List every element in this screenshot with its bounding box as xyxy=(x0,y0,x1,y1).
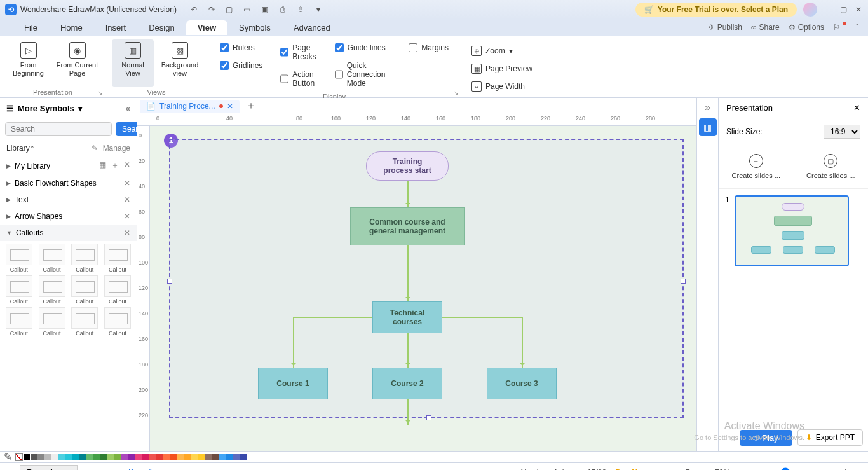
edit-icon[interactable]: ✎ xyxy=(92,144,98,153)
gallery-item[interactable]: Callout xyxy=(102,275,133,305)
close-icon[interactable]: ✕ xyxy=(124,228,130,237)
color-swatch[interactable] xyxy=(107,454,114,460)
color-swatch[interactable] xyxy=(156,454,163,460)
color-swatch[interactable] xyxy=(100,454,107,460)
color-swatch[interactable] xyxy=(24,454,30,460)
group-expand-icon[interactable]: ↘ xyxy=(98,90,103,96)
focus-button[interactable]: ⌖ Focus xyxy=(679,468,706,471)
color-swatch[interactable] xyxy=(44,454,51,460)
flow-course1-node[interactable]: Course 1 xyxy=(258,368,328,399)
color-swatch[interactable] xyxy=(72,454,79,460)
more-symbols-label[interactable]: More Symbols xyxy=(18,104,74,113)
color-swatch[interactable] xyxy=(184,454,191,460)
flow-common-course-node[interactable]: Common course and general management xyxy=(350,207,465,245)
color-swatch[interactable] xyxy=(142,454,149,460)
add-icon[interactable]: ＋ xyxy=(111,160,119,171)
play-button[interactable]: ▷ Play xyxy=(740,430,792,446)
trial-banner[interactable]: 🛒 Your Free Trial is over. Select a Plan xyxy=(635,3,797,17)
undo-icon[interactable]: ↶ xyxy=(189,5,198,14)
zoom-level[interactable]: 70% xyxy=(715,468,730,471)
close-icon[interactable]: ✕ xyxy=(124,195,130,204)
color-swatch[interactable] xyxy=(79,454,86,460)
flow-course3-node[interactable]: Course 3 xyxy=(487,368,557,399)
close-icon[interactable]: ✕ xyxy=(124,212,130,221)
color-swatch[interactable] xyxy=(163,454,170,460)
options-button[interactable]: ⚙ Options xyxy=(789,23,824,32)
basic-flowchart-section[interactable]: ▶Basic Flowchart Shapes✕ xyxy=(0,175,137,191)
gallery-item[interactable]: Callout xyxy=(4,275,34,305)
menu-view[interactable]: View xyxy=(186,20,227,35)
action-button-checkbox[interactable]: Action Button xyxy=(280,70,316,88)
flow-start-node[interactable]: Training process start xyxy=(366,151,449,181)
gridlines-checkbox[interactable]: Gridlines xyxy=(220,61,262,70)
share-button[interactable]: ∞ Share xyxy=(751,23,780,32)
gallery-item[interactable]: Callout xyxy=(4,307,34,336)
save-icon[interactable]: ▣ xyxy=(261,5,269,14)
page-width-button[interactable]: ↔Page Width xyxy=(468,79,529,94)
page-tab[interactable]: Page-1 xyxy=(122,465,159,471)
canvas[interactable]: 1 Training process start Common course a… xyxy=(150,126,696,451)
close-panel-icon[interactable]: ✕ xyxy=(853,103,860,113)
presentation-rail-button[interactable]: ▥ xyxy=(699,118,717,136)
zoom-out-icon[interactable]: ― xyxy=(752,468,759,471)
library-label[interactable]: Library xyxy=(6,144,30,153)
flow-course2-node[interactable]: Course 2 xyxy=(372,368,442,399)
color-swatch[interactable] xyxy=(205,454,212,460)
gallery-item[interactable]: Callout xyxy=(102,244,133,273)
color-swatch[interactable] xyxy=(37,454,44,460)
text-section[interactable]: ▶Text✕ xyxy=(0,191,137,208)
menu-file[interactable]: File xyxy=(13,20,49,35)
grid-icon[interactable]: ▦ xyxy=(99,160,106,171)
quick-connection-checkbox[interactable]: Quick Connection Mode xyxy=(335,61,391,88)
page-list-icon[interactable]: ▤ xyxy=(6,468,13,471)
color-swatch[interactable] xyxy=(65,454,72,460)
guide-lines-checkbox[interactable]: Guide lines xyxy=(335,43,391,52)
color-swatch[interactable] xyxy=(86,454,93,460)
gallery-item[interactable]: Callout xyxy=(70,244,100,273)
no-fill-swatch[interactable] xyxy=(15,453,23,461)
next-page-icon[interactable]: › xyxy=(93,468,95,471)
prev-page-icon[interactable]: ‹ xyxy=(84,468,86,471)
slide-size-select[interactable]: 16:9 xyxy=(824,125,860,139)
expand-right-icon[interactable]: » xyxy=(705,102,710,113)
buy-now-link[interactable]: Buy Now ♦ xyxy=(615,468,654,471)
close-icon[interactable]: ✕ xyxy=(124,179,130,188)
gallery-item[interactable]: Callout xyxy=(37,275,67,305)
print-icon[interactable]: ⎙ xyxy=(278,5,287,14)
color-swatch[interactable] xyxy=(170,454,177,460)
color-swatch[interactable] xyxy=(51,454,58,460)
document-tab[interactable]: 📄Training Proce...✕ xyxy=(140,100,240,113)
zoom-button[interactable]: ⊕Zoom▾ xyxy=(468,43,517,59)
page-preview-button[interactable]: ▦Page Preview xyxy=(468,61,536,76)
color-swatch[interactable] xyxy=(212,454,219,460)
color-swatch[interactable] xyxy=(219,454,226,460)
create-slides-auto-button[interactable]: ＋Create slides ... xyxy=(732,154,780,179)
eyedropper-icon[interactable]: ✎ xyxy=(4,451,12,463)
color-swatch[interactable] xyxy=(121,454,128,460)
page-select[interactable]: Page-1 xyxy=(20,465,78,470)
avatar[interactable] xyxy=(803,3,817,17)
color-swatch[interactable] xyxy=(177,454,184,460)
gallery-item[interactable]: Callout xyxy=(70,275,100,305)
color-swatch[interactable] xyxy=(31,454,37,460)
maximize-icon[interactable]: ▢ xyxy=(839,5,848,14)
open-icon[interactable]: ▭ xyxy=(243,5,252,14)
slide-thumbnail[interactable] xyxy=(735,195,849,266)
notifications-icon[interactable]: ⚐ xyxy=(833,23,846,32)
menu-advanced[interactable]: Advanced xyxy=(282,20,342,35)
menu-insert[interactable]: Insert xyxy=(94,20,138,35)
gallery-item[interactable]: Callout xyxy=(102,307,133,336)
my-library-section[interactable]: ▶My Library▦＋✕ xyxy=(0,156,137,175)
qa-more-icon[interactable]: ▾ xyxy=(314,5,323,14)
gallery-item[interactable]: Callout xyxy=(70,307,100,336)
background-view-button[interactable]: ▨Background view xyxy=(159,39,201,87)
close-tab-icon[interactable]: ✕ xyxy=(227,102,233,111)
hamburger-icon[interactable]: ☰ xyxy=(6,104,14,113)
group-expand-icon[interactable]: ↘ xyxy=(454,90,459,96)
normal-view-button[interactable]: ▥Normal View xyxy=(112,39,154,87)
color-swatch[interactable] xyxy=(58,454,65,460)
color-swatch[interactable] xyxy=(240,454,247,460)
color-swatch[interactable] xyxy=(114,454,121,460)
layers-icon[interactable]: ▤ xyxy=(663,468,670,471)
gallery-item[interactable]: Callout xyxy=(37,244,67,273)
